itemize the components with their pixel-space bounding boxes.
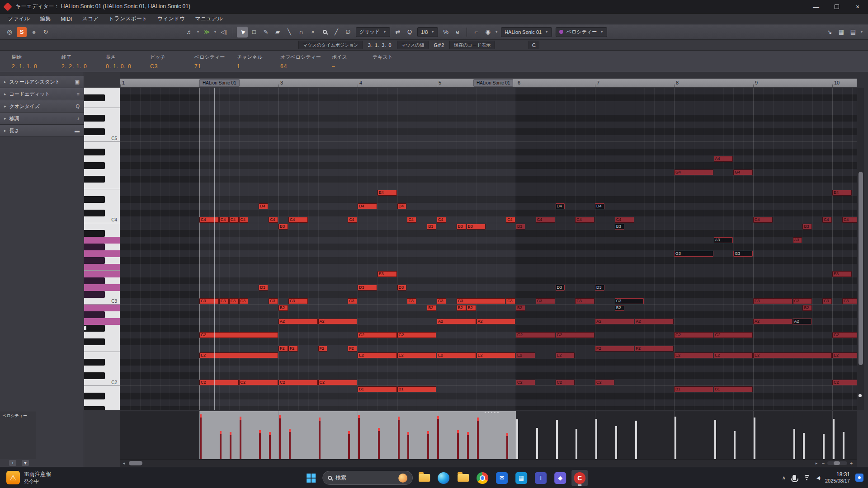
midi-note[interactable]: E2 <box>753 352 832 358</box>
scale-highlight-key[interactable] <box>84 237 120 244</box>
midi-note[interactable]: C3 <box>219 298 229 304</box>
info-field[interactable]: ボイス– <box>332 51 373 72</box>
velocity-bar[interactable] <box>457 430 459 459</box>
midi-note[interactable]: C3 <box>269 298 278 304</box>
velocity-bar[interactable] <box>427 431 429 459</box>
midi-note[interactable]: A4 <box>714 156 733 162</box>
midi-note[interactable]: C4 <box>239 217 249 223</box>
outlook-icon[interactable]: ✉ <box>494 470 510 486</box>
midi-note[interactable]: F2 <box>635 346 674 352</box>
left-zone-icon[interactable]: ▦ <box>836 27 847 38</box>
midi-note[interactable]: G3 <box>674 251 713 257</box>
velocity-bar[interactable] <box>220 431 222 459</box>
velocity-bar[interactable] <box>348 431 350 459</box>
info-field-value[interactable]: – <box>332 63 373 70</box>
midi-note[interactable]: C4 <box>506 217 515 223</box>
lane-select-button[interactable]: ▼ <box>22 460 29 466</box>
midi-note[interactable]: C3 <box>199 298 219 304</box>
midi-note[interactable]: G2 <box>674 332 713 338</box>
window-layout-icon[interactable]: ▤ <box>848 27 859 38</box>
midi-note[interactable]: B3 <box>467 224 486 230</box>
midi-note[interactable]: E2 <box>199 352 278 358</box>
piano-key-black[interactable] <box>84 406 105 410</box>
midi-note[interactable]: B2 <box>467 305 476 311</box>
info-field[interactable]: 開始2. 1. 1. 0 <box>12 51 61 72</box>
open-in-window-icon[interactable]: ↘ <box>824 27 835 38</box>
midi-note[interactable]: C4 <box>407 217 416 223</box>
menu-item[interactable]: ウィンドウ <box>152 14 190 24</box>
velocity-bar[interactable] <box>556 420 558 459</box>
midi-note[interactable]: G2 <box>397 332 437 338</box>
piano-key-black[interactable] <box>84 115 105 122</box>
vertical-scrollbar[interactable] <box>857 88 864 410</box>
midi-note[interactable]: B2 <box>516 305 525 311</box>
acoustic-feedback-icon[interactable]: ♬ <box>184 27 195 38</box>
quantize-percent-icon[interactable]: % <box>440 27 451 38</box>
midi-note[interactable]: E2 <box>556 352 575 358</box>
midi-note[interactable]: E4 <box>832 190 852 196</box>
velocity-bar[interactable] <box>734 431 736 459</box>
midi-note[interactable]: F2 <box>348 346 357 352</box>
midi-note[interactable]: G2 <box>199 332 278 338</box>
draw-tool[interactable]: ✎ <box>260 27 271 38</box>
velocity-bar[interactable] <box>319 418 321 459</box>
velocity-bar[interactable] <box>615 426 617 459</box>
maximize-button[interactable] <box>826 0 847 14</box>
midi-note[interactable]: B1 <box>358 386 397 392</box>
feedback-chevron-icon[interactable]: ▼ <box>195 27 201 38</box>
midi-note[interactable]: B2 <box>427 305 436 311</box>
midi-note[interactable]: C3 <box>229 298 239 304</box>
weather-widget[interactable]: ⚠ 雷雨注意報 発令中 <box>6 470 51 485</box>
midi-note[interactable]: B1 <box>397 386 437 392</box>
menu-item[interactable]: マニュアル <box>190 14 227 24</box>
range-tool[interactable]: □ <box>249 27 259 38</box>
line-tool[interactable]: ╱ <box>331 27 342 38</box>
info-field[interactable]: テキスト <box>373 51 427 72</box>
search-box[interactable]: 検索 <box>322 471 413 485</box>
select-tool[interactable]: ▶ <box>237 27 248 38</box>
scale-highlight-key[interactable] <box>84 305 120 311</box>
info-field[interactable]: オフベロシティー64 <box>280 51 332 72</box>
info-field-value[interactable]: 2. 2. 1. 0 <box>61 63 106 70</box>
cycle-icon[interactable]: ↻ <box>40 27 51 38</box>
velocity-bar[interactable] <box>407 432 409 459</box>
midi-note[interactable]: F2 <box>595 346 634 352</box>
midi-note[interactable]: F2 <box>288 346 298 352</box>
velocity-bar[interactable] <box>823 434 825 459</box>
playhead-cursor[interactable] <box>214 88 215 410</box>
midi-note[interactable]: A2 <box>595 319 634 324</box>
velocity-bar[interactable] <box>803 433 805 459</box>
midi-note[interactable]: C3 <box>536 298 555 304</box>
piano-key-black[interactable] <box>84 393 105 399</box>
midi-note[interactable]: G2 <box>556 332 595 338</box>
grid-match-icon[interactable]: ⇄ <box>392 27 403 38</box>
midi-note[interactable]: C2 <box>516 380 535 385</box>
timeline-ruler[interactable]: 12345678910HALion Sonic 01HALion Sonic 0… <box>120 79 857 88</box>
midi-note[interactable]: D3 <box>595 285 604 291</box>
midi-note[interactable]: B3 <box>457 224 466 230</box>
step-input-icon[interactable]: ⌐ <box>471 27 481 38</box>
midi-note[interactable]: G3 <box>733 251 753 257</box>
midi-note[interactable]: C3 <box>753 298 793 304</box>
piano-key-black[interactable] <box>84 291 105 298</box>
midi-note[interactable]: C4 <box>842 217 857 223</box>
midi-note[interactable]: C4 <box>199 217 219 223</box>
midi-note[interactable]: C3 <box>506 298 515 304</box>
midi-note[interactable]: C4 <box>269 217 278 223</box>
midi-note[interactable]: C3 <box>288 298 308 304</box>
grid-combo[interactable]: グリッド ▼ <box>356 27 390 37</box>
midi-note[interactable]: A2 <box>753 319 793 324</box>
velocity-bar[interactable] <box>378 428 380 459</box>
lane-resize-handle[interactable] <box>485 412 499 413</box>
midi-note[interactable]: E2 <box>832 352 857 358</box>
part-label[interactable]: HALion Sonic 01 <box>199 79 240 87</box>
midi-note[interactable]: D3 <box>556 285 565 291</box>
midi-note[interactable]: D3 <box>358 285 377 291</box>
midi-note[interactable]: A3 <box>714 237 733 243</box>
event-color-combo[interactable]: ベロシティー ▼ <box>556 27 607 37</box>
velocity-bar[interactable] <box>595 419 597 459</box>
midi-note[interactable]: F2 <box>278 346 288 352</box>
step-input-chevron-icon[interactable]: ▼ <box>494 27 499 38</box>
midi-note[interactable]: C4 <box>536 217 555 223</box>
info-field[interactable]: ベロシティー71 <box>194 51 237 72</box>
